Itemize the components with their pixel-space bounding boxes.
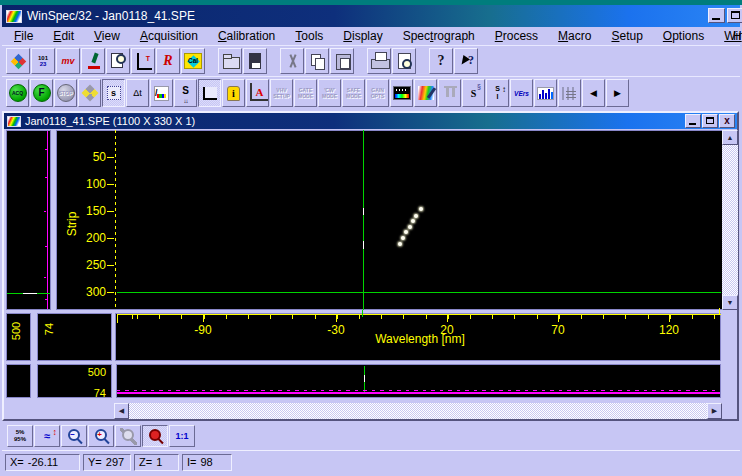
axes-toggle-button[interactable] <box>198 79 221 107</box>
vertical-scrollbar-track[interactable] <box>722 145 738 295</box>
calibration-button[interactable]: Cal <box>181 48 205 74</box>
autoscale-curve-button[interactable]: ≈ <box>34 425 60 447</box>
towers-button[interactable] <box>438 79 461 107</box>
millivolts-button[interactable]: mv <box>56 48 80 74</box>
layout-grid-button[interactable] <box>558 79 581 107</box>
scroll-up-button[interactable]: ▲ <box>722 130 738 145</box>
zoom-off-button[interactable] <box>115 425 141 447</box>
cw-mode-button[interactable]: 'CW' MODE <box>318 79 341 107</box>
paintbrush-button[interactable] <box>414 79 437 107</box>
histogram-button[interactable] <box>534 79 557 107</box>
data-format-button[interactable]: 101 23 <box>31 48 55 74</box>
paste-button[interactable] <box>330 48 354 74</box>
safe-mode-button[interactable]: SAFE MODE <box>342 79 365 107</box>
maximize-button[interactable] <box>727 8 742 23</box>
gate-mode-button[interactable]: GATE MODE <box>294 79 317 107</box>
menu-options[interactable]: Options <box>653 28 714 44</box>
plot-area: Strip 50 100 150 <box>4 129 737 419</box>
doc-close-button[interactable]: x <box>719 114 735 128</box>
cursor-axis-tick <box>362 310 363 317</box>
scroll-left-button[interactable]: ◀ <box>114 403 129 419</box>
context-help-button[interactable]: ? <box>454 48 478 74</box>
menu-calibration[interactable]: Calibration <box>208 28 285 44</box>
menu-edit[interactable]: Edit <box>43 28 84 44</box>
tick-mark <box>107 211 114 212</box>
hardware-setup-button[interactable] <box>6 48 30 74</box>
prev-frame-button[interactable]: ◀ <box>582 79 605 107</box>
tick-mark <box>107 184 114 185</box>
tick-mark <box>669 315 670 322</box>
s-goto-button[interactable]: S <box>174 79 197 107</box>
one-to-one-button[interactable]: 1:1 <box>169 425 195 447</box>
menu-tools[interactable]: Tools <box>285 28 333 44</box>
vhv-setup-button[interactable]: VHV SETUP <box>270 79 293 107</box>
acquire-button[interactable]: ACQ <box>6 79 29 107</box>
colorbar-button[interactable] <box>390 79 413 107</box>
status-label: Y= <box>88 456 102 469</box>
zoom-in-button[interactable]: + <box>88 425 114 447</box>
axes-setup-button[interactable]: A <box>246 79 269 107</box>
gain-opts-button[interactable]: GAIN OPTS <box>366 79 389 107</box>
experiment-setup-button[interactable] <box>78 79 101 107</box>
one-to-one-icon: 1:1 <box>170 426 194 446</box>
zoom-out-button[interactable]: − <box>61 425 87 447</box>
document-title-bar[interactable]: Jan0118_41.SPE (1100 X 330 X 1) x <box>4 113 737 129</box>
menu-process[interactable]: Process <box>485 28 548 44</box>
print-preview-button[interactable] <box>392 48 416 74</box>
doc-minimize-button[interactable] <box>685 114 701 128</box>
data-document-window: Jan0118_41.SPE (1100 X 330 X 1) x <box>2 111 739 421</box>
vhv-setup-icon: VHV SETUP <box>271 80 292 106</box>
graph-cursor-button[interactable]: T <box>131 48 155 74</box>
horizontal-profile-pane[interactable] <box>116 364 721 398</box>
vertical-scrollbar[interactable]: ▲ ▼ <box>722 130 738 310</box>
autoscale-5-95-button[interactable]: 5% 95% <box>7 425 33 447</box>
menu-file[interactable]: File <box>4 28 43 44</box>
print-button[interactable] <box>367 48 391 74</box>
s-display-button[interactable]: s <box>102 79 125 107</box>
minimize-button[interactable] <box>708 8 725 23</box>
signal-button[interactable]: S <box>462 79 485 107</box>
data-point <box>398 242 402 246</box>
tick-mark <box>107 265 114 266</box>
menu-display[interactable]: Display <box>333 28 392 44</box>
doc-maximize-button[interactable] <box>702 114 718 128</box>
horizontal-scrollbar[interactable]: ◀ ▶ <box>114 403 722 419</box>
main-title-bar[interactable]: WinSpec/32 - Jan0118_41.SPE <box>2 5 740 27</box>
save-button[interactable] <box>243 48 267 74</box>
versions-button[interactable]: VErs <box>510 79 533 107</box>
tick-mark <box>558 315 559 322</box>
menu-spectrograph[interactable]: Spectrograph <box>393 28 485 44</box>
delta-t-button[interactable]: Δt <box>126 79 149 107</box>
run-button[interactable]: R <box>156 48 180 74</box>
window-title: WinSpec/32 - Jan0118_41.SPE <box>27 9 195 23</box>
focus-mode-button[interactable]: F <box>30 79 53 107</box>
image-display-pane[interactable] <box>56 130 725 310</box>
next-frame-button[interactable]: ▶ <box>606 79 629 107</box>
microscope-icon <box>82 49 104 73</box>
si-toggle-button[interactable]: S I <box>486 79 509 107</box>
scroll-right-button[interactable]: ▶ <box>707 403 722 419</box>
info-button[interactable]: i <box>222 79 245 107</box>
stop-button[interactable]: STOP <box>54 79 77 107</box>
mv-icon: mv <box>57 49 79 73</box>
horizontal-scrollbar-track[interactable] <box>129 403 707 419</box>
scroll-down-button[interactable]: ▼ <box>722 295 738 310</box>
menu-help[interactable]: Help <box>723 28 742 44</box>
vertical-profile-pane[interactable] <box>6 130 51 310</box>
help-button[interactable]: ? <box>429 48 453 74</box>
focus-tool-button[interactable] <box>81 48 105 74</box>
corner-pane-3 <box>6 364 31 398</box>
copy-button[interactable] <box>305 48 329 74</box>
color-ratio-button[interactable]: / <box>150 79 173 107</box>
zoom-lock-button[interactable] <box>142 425 168 447</box>
status-label: X= <box>10 456 24 469</box>
open-button[interactable] <box>218 48 242 74</box>
cut-button[interactable] <box>280 48 304 74</box>
colored-arrows-icon <box>79 80 100 106</box>
gate-mode-icon: GATE MODE <box>295 80 316 106</box>
menu-acquisition[interactable]: Acquisition <box>130 28 208 44</box>
inspect-data-button[interactable] <box>106 48 130 74</box>
menu-view[interactable]: View <box>84 28 130 44</box>
menu-macro[interactable]: Macro <box>548 28 601 44</box>
menu-setup[interactable]: Setup <box>601 28 652 44</box>
